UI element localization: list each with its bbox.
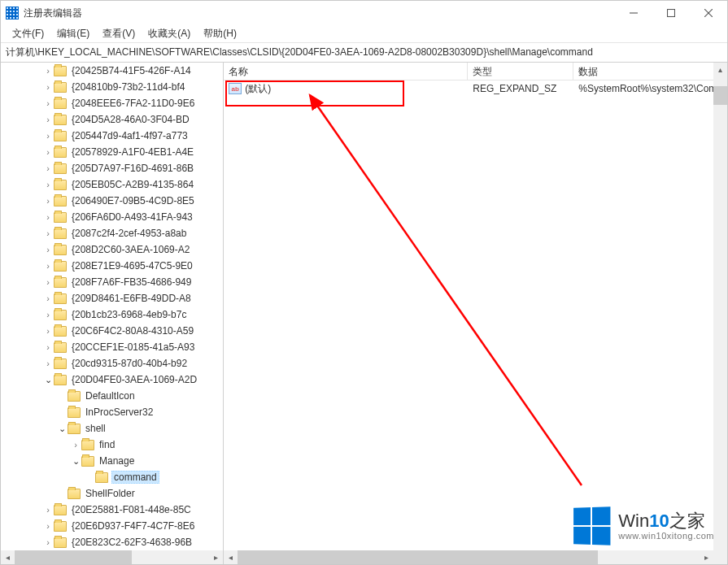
tree-node[interactable]: ShellFolder	[1, 485, 223, 502]
tree-node[interactable]: command	[1, 469, 223, 485]
tree-node[interactable]: ›{2087c2f4-2cef-4953-a8ab	[1, 225, 223, 241]
chevron-right-icon[interactable]: ›	[42, 538, 54, 547]
tree-node[interactable]: ›{20CCEF1E-0185-41a5-A93	[1, 339, 223, 355]
scroll-up-button[interactable]: ▴	[713, 63, 727, 76]
tree-pane: ›{20425B74-41F5-426F-A14›{204810b9-73b2-…	[1, 63, 224, 564]
chevron-down-icon[interactable]: ⌄	[70, 457, 81, 466]
tree-node[interactable]: ›{20E6D937-F4F7-4C7F-8E6	[1, 518, 223, 534]
scroll-thumb-v[interactable]	[713, 86, 727, 105]
folder-icon	[54, 82, 67, 93]
chevron-right-icon[interactable]: ›	[42, 197, 54, 206]
chevron-right-icon[interactable]: ›	[42, 229, 54, 238]
chevron-right-icon[interactable]: ›	[42, 132, 54, 141]
chevron-right-icon[interactable]: ›	[42, 180, 54, 189]
tree-node[interactable]: ›{206FA6D0-A493-41FA-943	[1, 209, 223, 225]
chevron-right-icon[interactable]: ›	[42, 278, 54, 287]
tree-node[interactable]: ›{20E823C2-62F3-4638-96B	[1, 534, 223, 550]
tree-node[interactable]: ›{20425B74-41F5-426F-A14	[1, 63, 223, 79]
address-bar[interactable]: 计算机\HKEY_LOCAL_MACHINE\SOFTWARE\Classes\…	[1, 43, 727, 63]
tree-node[interactable]: ›{205447d9-4af1-4f97-a773	[1, 128, 223, 144]
scroll-left-button[interactable]: ◂	[1, 550, 15, 564]
tree-node[interactable]: ⌄{20D04FE0-3AEA-1069-A2D	[1, 372, 223, 388]
tree-node-label: {20cd9315-87d0-40b4-b92	[70, 358, 189, 369]
tree-list[interactable]: ›{20425B74-41F5-426F-A14›{204810b9-73b2-…	[1, 63, 223, 550]
tree-node[interactable]: ›{20C6F4C2-80A8-4310-A59	[1, 323, 223, 339]
menu-edit[interactable]: 编辑(E)	[50, 24, 96, 43]
maximize-button[interactable]	[652, 1, 690, 25]
tree-node[interactable]: InProcServer32	[1, 404, 223, 420]
scroll-track-v[interactable]	[713, 76, 727, 550]
scroll-track[interactable]	[15, 550, 209, 564]
chevron-down-icon[interactable]: ⌄	[42, 376, 54, 385]
values-scrollbar-vertical[interactable]: ▴ ▾	[713, 63, 727, 564]
chevron-right-icon[interactable]: ›	[42, 246, 54, 254]
folder-icon	[54, 261, 67, 272]
column-header-data[interactable]: 数据	[573, 63, 727, 80]
tree-node-label: {208D2C60-3AEA-1069-A2	[70, 244, 191, 255]
scroll-left-button-2[interactable]: ◂	[224, 550, 238, 564]
tree-node[interactable]: ›{208E71E9-4695-47C5-9E0	[1, 258, 223, 274]
titlebar: 注册表编辑器	[1, 1, 727, 25]
values-pane: 名称 类型 数据 ab(默认)REG_EXPAND_SZ%SystemRoot%…	[224, 63, 727, 564]
column-header-name[interactable]: 名称	[224, 63, 468, 80]
scroll-thumb[interactable]	[15, 550, 132, 564]
tree-node-label: {206FA6D0-A493-41FA-943	[70, 211, 194, 223]
chevron-right-icon[interactable]: ›	[42, 359, 54, 368]
chevron-right-icon[interactable]: ›	[42, 67, 54, 76]
tree-node[interactable]: DefaultIcon	[1, 388, 223, 404]
tree-scrollbar-horizontal[interactable]: ◂ ▸	[1, 550, 223, 564]
scroll-thumb-h2[interactable]	[238, 550, 598, 564]
minimize-button[interactable]	[615, 1, 652, 25]
tree-node-label: {205447d9-4af1-4f97-a773	[70, 130, 190, 141]
tree-node[interactable]: ›{204D5A28-46A0-3F04-BD	[1, 111, 223, 128]
tree-node[interactable]: ›{2048EEE6-7FA2-11D0-9E6	[1, 95, 223, 111]
tree-node[interactable]: ›{20E25881-F081-448e-85C	[1, 502, 223, 518]
tree-node[interactable]: ⌄Manage	[1, 453, 223, 469]
chevron-right-icon[interactable]: ›	[42, 294, 54, 303]
chevron-right-icon[interactable]: ›	[42, 262, 54, 271]
chevron-right-icon[interactable]: ›	[42, 164, 54, 173]
folder-icon	[54, 66, 67, 76]
window-title: 注册表编辑器	[24, 7, 615, 20]
chevron-right-icon[interactable]: ›	[42, 148, 54, 157]
tree-node[interactable]: ›{205D7A97-F16D-4691-86B	[1, 160, 223, 176]
scroll-right-button[interactable]: ▸	[209, 550, 223, 564]
tree-node[interactable]: ›{208F7A6F-FB35-4686-949	[1, 274, 223, 290]
tree-node[interactable]: ›{20578929-A1F0-4EB1-A4E	[1, 144, 223, 160]
values-scrollbar-horizontal[interactable]: ◂ ▸	[224, 550, 713, 564]
chevron-right-icon[interactable]: ›	[42, 506, 54, 515]
tree-node[interactable]: ›{204810b9-73b2-11d4-bf4	[1, 79, 223, 95]
values-list[interactable]: ab(默认)REG_EXPAND_SZ%SystemRoot%\system32…	[224, 80, 727, 97]
menu-help[interactable]: 帮助(H)	[197, 24, 243, 43]
folder-icon	[54, 180, 67, 190]
close-button[interactable]	[690, 1, 727, 25]
tree-node[interactable]: ›{205EB05C-A2B9-4135-864	[1, 176, 223, 193]
tree-node[interactable]: ›{20b1cb23-6968-4eb9-b7c	[1, 306, 223, 323]
chevron-right-icon[interactable]: ›	[42, 115, 54, 124]
scroll-track-h2[interactable]	[238, 550, 700, 564]
chevron-right-icon[interactable]: ›	[42, 83, 54, 92]
chevron-right-icon[interactable]: ›	[42, 522, 54, 531]
tree-node[interactable]: ›{20cd9315-87d0-40b4-b92	[1, 355, 223, 372]
tree-node[interactable]: ›{208D2C60-3AEA-1069-A2	[1, 241, 223, 258]
chevron-right-icon[interactable]: ›	[42, 311, 54, 319]
chevron-right-icon[interactable]: ›	[70, 441, 81, 450]
tree-node[interactable]: ⌄shell	[1, 420, 223, 437]
menu-favorites[interactable]: 收藏夹(A)	[142, 24, 197, 43]
folder-icon	[54, 98, 67, 109]
chevron-down-icon[interactable]: ⌄	[56, 424, 68, 433]
tree-node[interactable]: ›{209D8461-E6FB-49DD-A8	[1, 290, 223, 306]
column-header-type[interactable]: 类型	[468, 63, 573, 80]
folder-icon	[54, 115, 67, 125]
tree-node[interactable]: ›find	[1, 437, 223, 453]
chevron-right-icon[interactable]: ›	[42, 99, 54, 108]
chevron-right-icon[interactable]: ›	[42, 343, 54, 352]
chevron-right-icon[interactable]: ›	[42, 327, 54, 336]
chevron-right-icon[interactable]: ›	[42, 213, 54, 222]
value-row[interactable]: ab(默认)REG_EXPAND_SZ%SystemRoot%\system32…	[224, 80, 727, 97]
menu-view[interactable]: 查看(V)	[96, 24, 142, 43]
scroll-right-button-2[interactable]: ▸	[700, 550, 713, 564]
value-type: REG_EXPAND_SZ	[468, 82, 573, 95]
menu-file[interactable]: 文件(F)	[6, 24, 50, 43]
tree-node[interactable]: ›{206490E7-09B5-4C9D-8E5	[1, 193, 223, 209]
